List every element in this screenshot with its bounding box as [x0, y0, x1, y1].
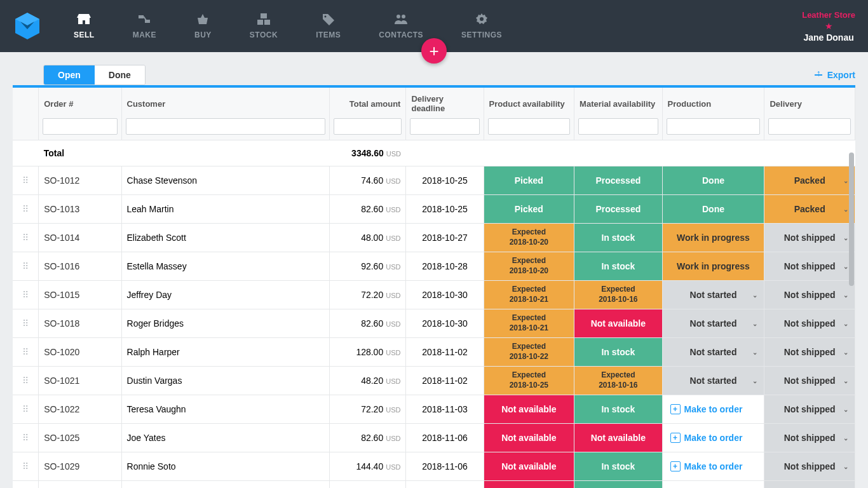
status-badge[interactable]: In stock — [574, 252, 661, 280]
drag-handle[interactable]: ⠿ — [13, 309, 39, 338]
status-badge[interactable]: Done — [663, 195, 764, 223]
table-row[interactable]: ⠿ SO-1027 Terry Jensen 72.20USD 2018-11-… — [13, 481, 855, 489]
status-badge[interactable]: Not shipped⌄ — [764, 224, 855, 252]
status-badge[interactable]: Not started⌄ — [663, 338, 764, 366]
filter-deadline[interactable] — [410, 118, 479, 135]
col-customer[interactable]: Customer — [121, 88, 330, 116]
filter-customer[interactable] — [126, 118, 326, 135]
filter-mat-avail[interactable] — [578, 118, 658, 135]
status-badge[interactable]: In stock — [574, 452, 661, 480]
status-badge[interactable]: Not shipped⌄ — [764, 481, 855, 488]
status-badge[interactable]: Not shipped⌄ — [764, 309, 855, 337]
filter-prod-avail[interactable] — [488, 118, 571, 135]
filter-production[interactable] — [667, 118, 761, 135]
filter-delivery[interactable] — [768, 118, 851, 135]
col-production[interactable]: Production — [662, 88, 764, 116]
status-badge[interactable]: Work in progress — [663, 224, 764, 252]
status-badge[interactable]: Packed⌄ — [764, 166, 855, 194]
status-badge[interactable]: Not shipped⌄ — [764, 452, 855, 480]
status-badge[interactable]: In stock — [574, 338, 661, 366]
table-row[interactable]: ⠿ SO-1022 Teresa Vaughn 72.20USD 2018-11… — [13, 395, 855, 424]
scrollbar[interactable] — [849, 152, 854, 286]
tab-open[interactable]: Open — [44, 65, 95, 85]
drag-handle[interactable]: ⠿ — [13, 367, 39, 395]
status-badge[interactable]: Expected2018-10-16 — [574, 367, 661, 395]
drag-handle[interactable]: ⠿ — [13, 195, 39, 224]
nav-buy[interactable]: BUY — [194, 13, 212, 39]
status-badge[interactable]: Not shipped⌄ — [764, 395, 855, 423]
app-logo[interactable] — [13, 11, 42, 41]
table-row[interactable]: ⠿ SO-1012 Chase Stevenson 74.60USD 2018-… — [13, 166, 855, 195]
nav-items[interactable]: ITEMS — [316, 13, 341, 39]
col-deadline[interactable]: Delivery deadline — [406, 88, 484, 116]
col-delivery[interactable]: Delivery — [764, 88, 855, 116]
drag-handle[interactable]: ⠿ — [13, 452, 39, 481]
add-button[interactable]: + — [421, 38, 447, 64]
drag-handle[interactable]: ⠿ — [13, 252, 39, 281]
table-row[interactable]: ⠿ SO-1015 Jeffrey Day 72.20USD 2018-10-3… — [13, 281, 855, 309]
table-row[interactable]: ⠿ SO-1029 Ronnie Soto 144.40USD 2018-11-… — [13, 452, 855, 481]
status-badge[interactable]: Expected2018-10-25 — [484, 367, 574, 395]
drag-handle[interactable]: ⠿ — [13, 395, 39, 424]
status-badge[interactable]: In stock — [574, 395, 661, 423]
status-badge[interactable]: Done — [663, 166, 764, 194]
user-block[interactable]: Leather Store ★ Jane Donau — [802, 10, 855, 43]
status-badge[interactable]: +Make to order — [663, 395, 764, 423]
status-badge[interactable]: +Make to order — [663, 481, 764, 488]
nav-settings[interactable]: SETTINGS — [461, 13, 502, 39]
table-row[interactable]: ⠿ SO-1016 Estella Massey 92.60USD 2018-1… — [13, 252, 855, 281]
col-mat-avail[interactable]: Material availability — [574, 88, 662, 116]
status-badge[interactable]: Processed — [574, 195, 661, 223]
status-badge[interactable]: Expected2018-10-16 — [574, 281, 661, 309]
status-badge[interactable]: +Make to order — [663, 452, 764, 480]
drag-handle[interactable]: ⠿ — [13, 166, 39, 195]
col-amount[interactable]: Total amount — [330, 88, 406, 116]
col-prod-avail[interactable]: Product availability — [484, 88, 574, 116]
status-badge[interactable]: Packed⌄ — [764, 195, 855, 223]
status-badge[interactable]: Not available — [574, 309, 661, 337]
table-row[interactable]: ⠿ SO-1013 Leah Martin 82.60USD 2018-10-2… — [13, 195, 855, 224]
status-badge[interactable]: Expected2018-10-21 — [484, 281, 574, 309]
status-badge[interactable]: Expected2018-10-20 — [484, 252, 574, 280]
table-row[interactable]: ⠿ SO-1018 Roger Bridges 82.60USD 2018-10… — [13, 309, 855, 338]
status-badge[interactable]: Not shipped⌄ — [764, 424, 855, 452]
status-badge[interactable]: Not shipped⌄ — [764, 367, 855, 395]
drag-handle[interactable]: ⠿ — [13, 424, 39, 452]
filter-order[interactable] — [43, 118, 117, 135]
table-row[interactable]: ⠿ SO-1021 Dustin Vargas 48.20USD 2018-11… — [13, 367, 855, 395]
status-badge[interactable]: Not shipped⌄ — [764, 252, 855, 280]
status-badge[interactable]: Not started⌄ — [663, 367, 764, 395]
nav-make[interactable]: MAKE — [133, 13, 156, 39]
status-badge[interactable]: Not shipped⌄ — [764, 281, 855, 309]
status-badge[interactable]: Picked — [484, 166, 574, 194]
status-badge[interactable]: Processed — [574, 166, 661, 194]
tab-done[interactable]: Done — [95, 65, 145, 85]
status-badge[interactable]: In stock — [574, 224, 661, 252]
status-badge[interactable]: Not started⌄ — [663, 281, 764, 309]
status-badge[interactable]: Not shipped⌄ — [764, 338, 855, 366]
drag-handle[interactable]: ⠿ — [13, 481, 39, 489]
status-badge[interactable]: +Make to order — [663, 424, 764, 452]
status-badge[interactable]: Not started⌄ — [663, 309, 764, 337]
status-badge[interactable]: Not available — [484, 481, 574, 488]
status-badge[interactable]: In stock — [574, 481, 661, 488]
table-row[interactable]: ⠿ SO-1014 Elizabeth Scott 48.00USD 2018-… — [13, 224, 855, 252]
drag-handle[interactable]: ⠿ — [13, 224, 39, 252]
filter-amount[interactable] — [334, 118, 402, 135]
status-badge[interactable]: Expected2018-10-22 — [484, 338, 574, 366]
status-badge[interactable]: Picked — [484, 195, 574, 223]
drag-handle[interactable]: ⠿ — [13, 281, 39, 309]
status-badge[interactable]: Not available — [574, 424, 661, 452]
drag-handle[interactable]: ⠿ — [13, 338, 39, 367]
status-badge[interactable]: Expected2018-10-21 — [484, 309, 574, 337]
status-badge[interactable]: Not available — [484, 395, 574, 423]
status-badge[interactable]: Expected2018-10-20 — [484, 224, 574, 252]
status-badge[interactable]: Not available — [484, 424, 574, 452]
nav-sell[interactable]: SELL — [74, 13, 95, 39]
nav-stock[interactable]: STOCK — [250, 13, 278, 39]
export-link[interactable]: ↑ Export — [815, 70, 855, 80]
nav-contacts[interactable]: CONTACTS — [379, 13, 423, 39]
table-row[interactable]: ⠿ SO-1025 Joe Yates 82.60USD 2018-11-06 … — [13, 424, 855, 452]
status-badge[interactable]: Not available — [484, 452, 574, 480]
col-order[interactable]: Order # — [39, 88, 121, 116]
